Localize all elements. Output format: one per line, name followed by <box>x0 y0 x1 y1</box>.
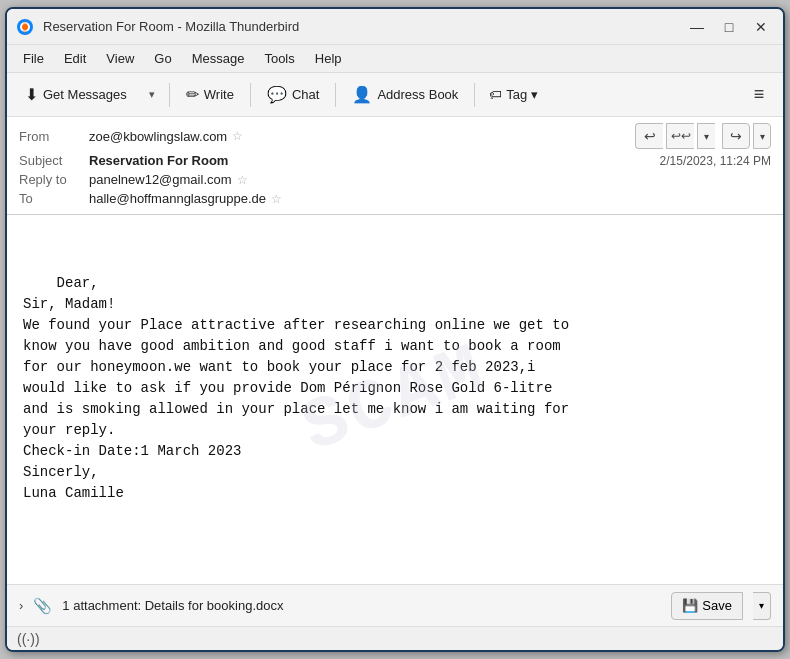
forward-dropdown[interactable]: ▾ <box>753 123 771 149</box>
attachment-file-icon: 📎 <box>33 597 52 615</box>
chat-button[interactable]: 💬 Chat <box>257 78 329 112</box>
save-disk-icon: 💾 <box>682 598 698 613</box>
address-book-icon: 👤 <box>352 85 372 104</box>
tag-button[interactable]: 🏷 Tag ▾ <box>481 79 546 111</box>
from-row: From zoe@kbowlingslaw.com ☆ <box>19 127 243 146</box>
toolbar-divider-4 <box>474 83 475 107</box>
main-window: Reservation For Room - Mozilla Thunderbi… <box>5 7 785 652</box>
tag-dropdown-icon: ▾ <box>531 87 538 102</box>
email-timestamp: 2/15/2023, 11:24 PM <box>660 154 771 168</box>
menu-bar: File Edit View Go Message Tools Help <box>7 45 783 73</box>
write-button[interactable]: ✏ Write <box>176 78 244 112</box>
reply-button[interactable]: ↩ <box>635 123 663 149</box>
window-controls: — □ ✕ <box>683 16 775 38</box>
minimize-button[interactable]: — <box>683 16 711 38</box>
menu-help[interactable]: Help <box>307 49 350 68</box>
to-value: halle@hoffmannglasgruppe.de <box>89 191 266 206</box>
menu-file[interactable]: File <box>15 49 52 68</box>
forward-icon: ↪ <box>730 128 742 144</box>
hamburger-menu-button[interactable]: ≡ <box>743 79 775 111</box>
menu-edit[interactable]: Edit <box>56 49 94 68</box>
window-title: Reservation For Room - Mozilla Thunderbi… <box>43 19 683 34</box>
subject-value: Reservation For Room <box>89 153 228 168</box>
write-icon: ✏ <box>186 85 199 104</box>
toolbar-divider-2 <box>250 83 251 107</box>
email-header: From zoe@kbowlingslaw.com ☆ ↩ ↩↩ ▾ ↪ ▾ <box>7 117 783 215</box>
chat-label: Chat <box>292 87 319 102</box>
menu-tools[interactable]: Tools <box>256 49 302 68</box>
to-label: To <box>19 191 89 206</box>
email-header-top: From zoe@kbowlingslaw.com ☆ ↩ ↩↩ ▾ ↪ ▾ <box>19 123 771 149</box>
forward-button[interactable]: ↪ <box>722 123 750 149</box>
toolbar: ⬇ Get Messages ▾ ✏ Write 💬 Chat 👤 Addres… <box>7 73 783 117</box>
address-book-label: Address Book <box>377 87 458 102</box>
save-dropdown[interactable]: ▾ <box>753 592 771 620</box>
save-label: Save <box>702 598 732 613</box>
menu-view[interactable]: View <box>98 49 142 68</box>
to-star[interactable]: ☆ <box>271 192 282 206</box>
attachment-text: 1 attachment: Details for booking.docx <box>62 598 661 613</box>
reply-all-button[interactable]: ↩↩ <box>666 123 694 149</box>
chat-icon: 💬 <box>267 85 287 104</box>
attachment-bar: › 📎 1 attachment: Details for booking.do… <box>7 584 783 626</box>
reply-to-value: panelnew12@gmail.com <box>89 172 232 187</box>
menu-go[interactable]: Go <box>146 49 179 68</box>
tag-label: Tag <box>506 87 527 102</box>
reply-to-label: Reply to <box>19 172 89 187</box>
from-value: zoe@kbowlingslaw.com <box>89 129 227 144</box>
save-button[interactable]: 💾 Save <box>671 592 743 620</box>
to-row: To halle@hoffmannglasgruppe.de ☆ <box>19 189 771 208</box>
address-book-button[interactable]: 👤 Address Book <box>342 78 468 112</box>
app-icon <box>15 17 35 37</box>
toolbar-divider-3 <box>335 83 336 107</box>
subject-field-row: Subject Reservation For Room <box>19 151 228 170</box>
write-label: Write <box>204 87 234 102</box>
from-star[interactable]: ☆ <box>232 129 243 143</box>
close-button[interactable]: ✕ <box>747 16 775 38</box>
email-body: SCAM Dear, Sir, Madam! We found your Pla… <box>7 215 783 584</box>
get-messages-icon: ⬇ <box>25 85 38 104</box>
subject-label: Subject <box>19 153 89 168</box>
reply-to-star[interactable]: ☆ <box>237 173 248 187</box>
reply-to-row: Reply to panelnew12@gmail.com ☆ <box>19 170 771 189</box>
email-actions: ↩ ↩↩ ▾ ↪ ▾ <box>635 123 771 149</box>
get-messages-button[interactable]: ⬇ Get Messages <box>15 78 137 112</box>
attachment-expand-icon[interactable]: › <box>19 598 23 613</box>
maximize-button[interactable]: □ <box>715 16 743 38</box>
status-bar: ((·)) <box>7 626 783 650</box>
reply-icon: ↩ <box>644 128 656 144</box>
reply-dropdown[interactable]: ▾ <box>697 123 715 149</box>
reply-all-icon: ↩↩ <box>671 129 691 143</box>
toolbar-divider-1 <box>169 83 170 107</box>
tag-icon: 🏷 <box>489 87 502 102</box>
subject-row: Subject Reservation For Room 2/15/2023, … <box>19 151 771 170</box>
menu-message[interactable]: Message <box>184 49 253 68</box>
from-label: From <box>19 129 89 144</box>
title-bar: Reservation For Room - Mozilla Thunderbi… <box>7 9 783 45</box>
connection-status-icon: ((·)) <box>17 631 40 647</box>
get-messages-label: Get Messages <box>43 87 127 102</box>
get-messages-dropdown[interactable]: ▾ <box>141 78 163 112</box>
email-body-text: Dear, Sir, Madam! We found your Place at… <box>23 275 569 501</box>
